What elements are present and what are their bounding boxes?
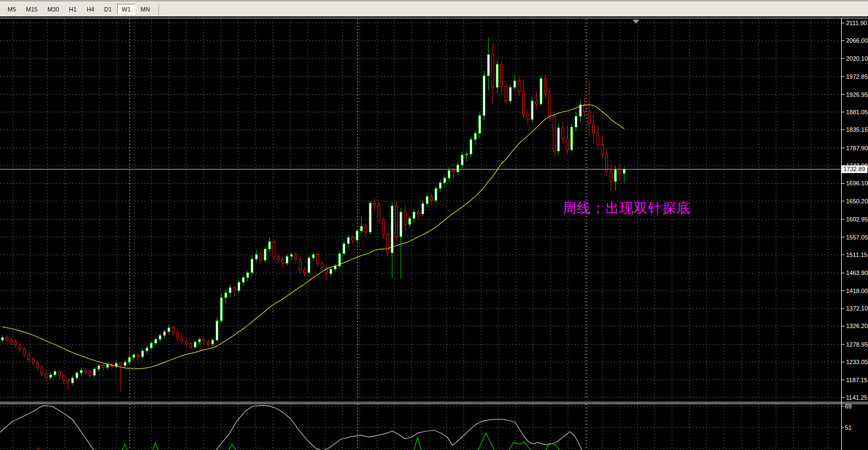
candle [540, 76, 542, 107]
y-axis-label: 1696.10 [846, 180, 868, 186]
y-axis-label: 1511.15 [846, 252, 867, 258]
timeframe-button-mn[interactable]: MN [136, 4, 154, 15]
y-axis-label: 1372.10 [846, 305, 868, 312]
current-price-label: 1732.89 [842, 165, 867, 173]
y-axis-label: 1787.90 [846, 145, 868, 151]
y-axis-label: 1233.05 [846, 359, 868, 365]
timeframe-toolbar: M5M15M30H1H4D1W1MN [0, 0, 868, 16]
annotation-text: 周线；出现双针探底 [563, 199, 691, 217]
y-axis-label: 1187.15 [846, 377, 867, 383]
candle [221, 293, 223, 323]
candle [531, 97, 534, 123]
y-axis-label: 1881.05 [846, 109, 868, 115]
y-axis-label: 1602.95 [846, 216, 868, 223]
candle [378, 202, 380, 224]
y-axis-label: 1141.25 [846, 394, 867, 401]
candle [273, 240, 275, 260]
timeframe-button-h4[interactable]: H4 [82, 4, 99, 15]
mt4-chart-window: M5M15M30H1H4D1W1MN 2111.902066.002020.10… [0, 0, 868, 450]
svg-text:1732.89: 1732.89 [843, 166, 865, 172]
y-axis-label: 1557.05 [846, 234, 868, 241]
timeframe-button-d1[interactable]: D1 [100, 4, 116, 15]
timeframe-button-m5[interactable]: M5 [3, 4, 20, 15]
oscillator-axis-label: 51 [845, 424, 852, 431]
y-axis-label: 1326.20 [846, 323, 868, 329]
candle [510, 85, 512, 104]
y-axis-label: 1463.90 [846, 270, 868, 276]
candle [216, 318, 218, 342]
y-axis-label: 2066.00 [846, 37, 868, 44]
y-axis-label: 1650.20 [846, 198, 868, 204]
candle [396, 201, 398, 242]
candle [571, 124, 573, 152]
timeframe-button-m15[interactable]: M15 [21, 4, 42, 15]
candle [369, 201, 372, 235]
candle [387, 231, 389, 257]
timeframe-button-h1[interactable]: H1 [65, 4, 81, 15]
chart-canvas[interactable]: 2111.902066.002020.101972.851926.951881.… [0, 0, 868, 450]
y-axis-label: 2020.10 [846, 55, 868, 62]
timeframe-button-w1[interactable]: W1 [117, 4, 135, 15]
y-axis-label: 1972.85 [846, 73, 868, 80]
candle [339, 252, 341, 268]
candle [435, 186, 437, 203]
candle [558, 123, 560, 154]
candle [264, 247, 267, 263]
candle [356, 229, 358, 242]
y-axis-label: 1418.00 [846, 288, 868, 294]
timeframe-button-m30[interactable]: M30 [43, 4, 63, 15]
y-axis-label: 2111.90 [846, 20, 867, 26]
candle [483, 71, 485, 120]
y-axis-label: 1835.15 [846, 126, 868, 133]
y-axis-label: 1926.95 [846, 91, 868, 98]
candle [470, 136, 472, 157]
y-axis-label: 1278.95 [846, 341, 868, 348]
candle [553, 113, 555, 157]
candle [308, 256, 310, 274]
oscillator-axis-label: 69 [845, 403, 852, 410]
toolbar-separator [159, 3, 160, 15]
